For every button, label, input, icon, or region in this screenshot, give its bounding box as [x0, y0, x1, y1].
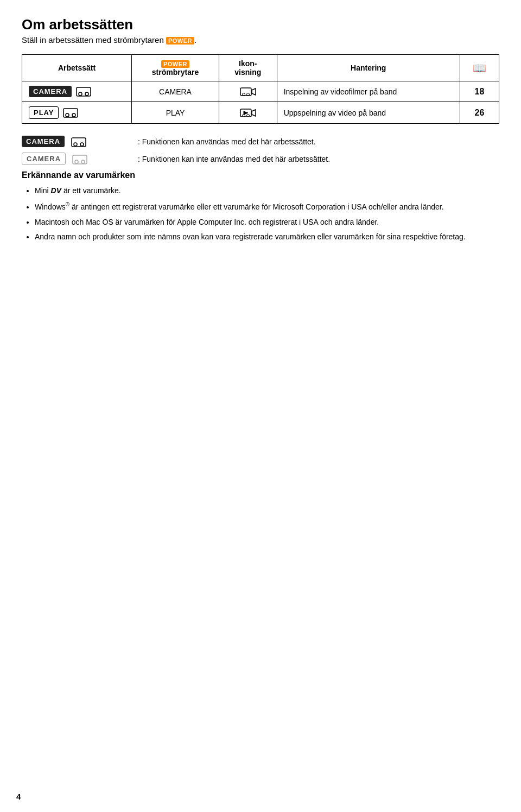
svg-point-9 — [72, 113, 75, 117]
tape-icon-info2 — [72, 155, 87, 164]
trademark-section: Erkännande av varumärken Mini DV är ett … — [22, 170, 499, 244]
table-row: PLAY PLAY — [22, 102, 499, 124]
mode-cell-play: PLAY — [22, 102, 132, 124]
svg-point-1 — [79, 92, 82, 96]
svg-point-17 — [80, 143, 84, 146]
trademark-list: Mini DV är ett varumärke. Windows® är an… — [22, 185, 499, 244]
mode-table: Arbetssätt POWER strömbrytare Ikon-visni… — [22, 54, 499, 124]
playback-icon — [240, 107, 256, 118]
col-header-switch: POWER strömbrytare — [132, 55, 219, 81]
mini-dv-label: DV — [51, 186, 61, 195]
handling-play: Uppspelning av video på band — [277, 102, 460, 124]
trademark-title: Erkännande av varumärken — [22, 170, 499, 180]
tape-icon — [76, 87, 91, 97]
subtitle: Ställ in arbetssätten med strömbrytaren … — [22, 35, 499, 45]
col-header-mode: Arbetssätt — [22, 55, 132, 81]
svg-point-19 — [75, 160, 78, 163]
switch-camera: CAMERA — [132, 81, 219, 102]
info-row-cannot-use: CAMERA : Funktionen kan inte användas me… — [22, 153, 499, 165]
handling-camera: Inspelning av videofilmer på band — [277, 81, 460, 102]
record-icon — [240, 86, 256, 97]
col-header-book: 📖 — [460, 55, 499, 81]
tape-icon-info1 — [71, 137, 86, 147]
list-item: Windows® är antingen ett registrerat var… — [35, 200, 499, 213]
icon-record — [219, 81, 277, 102]
svg-point-2 — [85, 92, 88, 96]
camera-badge-dark-info: CAMERA — [22, 136, 65, 147]
list-item: Mini DV är ett varumärke. — [35, 185, 499, 198]
play-mode-badge: PLAY — [29, 106, 59, 119]
svg-marker-11 — [252, 110, 256, 116]
svg-point-8 — [66, 113, 69, 117]
book-icon: 📖 — [473, 62, 486, 74]
switch-play: PLAY — [132, 102, 219, 124]
mode-cell-camera: CAMERA — [22, 81, 132, 102]
list-item: Andra namn och produkter som inte nämns … — [35, 231, 499, 244]
svg-point-16 — [74, 143, 77, 146]
svg-marker-12 — [244, 111, 248, 115]
info-cannot-use-text: : Funktionen kan inte användas med det h… — [138, 155, 330, 163]
tape-icon-play — [63, 108, 78, 118]
page-title: Om arbetssätten — [22, 16, 499, 33]
col-header-handling: Hantering — [277, 55, 460, 81]
page-ref-camera: 18 — [460, 81, 499, 102]
page-ref-play: 26 — [460, 102, 499, 124]
svg-point-20 — [81, 160, 85, 163]
power-badge: POWER — [166, 37, 194, 45]
table-row: CAMERA CAMERA — [22, 81, 499, 102]
svg-rect-3 — [240, 88, 251, 96]
icon-playback — [219, 102, 277, 124]
col-header-icon: Ikon-visning — [219, 55, 277, 81]
info-row-can-use: CAMERA : Funktionen kan användas med det… — [22, 136, 499, 147]
list-item: Macintosh och Mac OS är varumärken för A… — [35, 216, 499, 229]
info-can-use-text: : Funktionen kan användas med det här ar… — [138, 137, 316, 146]
camera-mode-badge-dark: CAMERA — [29, 86, 72, 97]
svg-marker-4 — [252, 88, 256, 95]
camera-badge-light-info: CAMERA — [22, 153, 66, 165]
